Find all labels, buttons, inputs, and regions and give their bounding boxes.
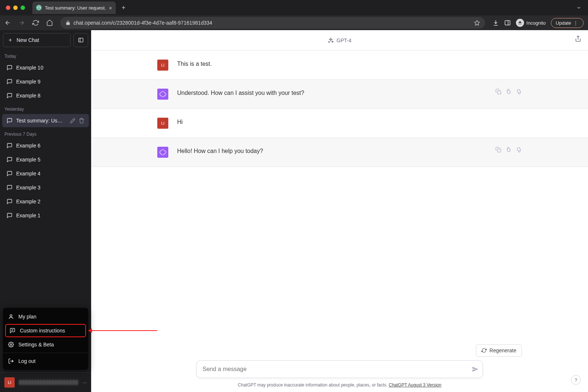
browser-tab[interactable]: Test summary: User request. × [32, 1, 116, 14]
back-button[interactable] [4, 19, 15, 26]
sidebar-group-label: Yesterday [0, 103, 91, 113]
disclaimer: ChatGPT may produce inaccurate informati… [238, 382, 441, 388]
regenerate-button[interactable]: Regenerate [476, 344, 522, 357]
gear-icon [8, 342, 14, 348]
svg-rect-8 [498, 149, 501, 152]
profile-name-redacted [18, 380, 79, 385]
sidebar-profile-row[interactable]: LI ··· [0, 373, 91, 392]
version-link[interactable]: ChatGPT August 3 Version [389, 382, 441, 388]
thumbs-down-icon[interactable] [516, 147, 522, 158]
sidebar-conversation-item[interactable]: Example 5 [2, 153, 89, 166]
regenerate-label: Regenerate [490, 348, 516, 353]
sidebar: New Chat TodayExample 10Example 9Example… [0, 30, 91, 392]
chat-bubble-icon [7, 185, 12, 190]
copy-icon[interactable] [495, 147, 501, 158]
sidepanel-icon[interactable] [504, 19, 511, 26]
chat-bubble-icon [7, 143, 12, 149]
download-icon[interactable] [492, 19, 499, 26]
sidebar-conversation-item[interactable]: Example 10 [2, 61, 89, 74]
bookmark-icon[interactable] [474, 20, 480, 26]
url-bar[interactable]: chat.openai.com/c/2328001d-4f3e-4d7e-aaf… [60, 17, 485, 29]
svg-point-5 [10, 315, 12, 317]
message-text: This is a test. [177, 60, 522, 71]
tab-title: Test summary: User request. [45, 5, 106, 11]
conversation-title: Example 8 [16, 93, 40, 99]
send-button[interactable] [472, 366, 478, 373]
user-avatar: LI [157, 60, 168, 71]
maximize-window-icon[interactable] [21, 6, 25, 10]
message-text: Understood. How can I assist you with yo… [177, 89, 487, 100]
logout-label: Log out [18, 358, 36, 364]
sidebar-conversation-item[interactable]: Example 4 [2, 167, 89, 180]
copy-icon[interactable] [495, 89, 501, 100]
address-bar-row: chat.openai.com/c/2328001d-4f3e-4d7e-aaf… [0, 15, 588, 30]
sidebar-conversation-item[interactable]: Example 1 [2, 209, 89, 222]
update-button[interactable]: Update ⋮ [551, 18, 584, 28]
conversation-title: Test summary: User req [16, 118, 64, 124]
user-circle-icon [8, 314, 14, 320]
sidebar-conversation-item[interactable]: Example 2 [2, 195, 89, 208]
conversation-title: Example 2 [16, 199, 40, 204]
thumbs-up-icon[interactable] [506, 147, 512, 158]
message-text: Hello! How can I help you today? [177, 147, 487, 158]
forward-button[interactable] [18, 19, 29, 26]
sidebar-conversation-item[interactable]: Test summary: User req [2, 114, 89, 127]
chat-bubble-icon [7, 171, 12, 177]
conversation-title: Example 3 [16, 185, 40, 190]
user-message-row: LIThis is a test. [91, 51, 588, 80]
logout-icon [8, 358, 14, 364]
thumbs-up-icon[interactable] [506, 89, 512, 100]
sidebar-conversation-item[interactable]: Example 8 [2, 89, 89, 102]
svg-rect-3 [79, 38, 83, 42]
message-input[interactable] [196, 360, 483, 378]
site-favicon-icon [36, 5, 42, 11]
thumbs-down-icon[interactable] [516, 89, 522, 100]
custom-instructions-label: Custom instructions [20, 328, 65, 334]
window-controls [6, 6, 25, 10]
sidebar-conversation-item[interactable]: Example 6 [2, 139, 89, 152]
user-avatar: LI [157, 118, 168, 129]
close-tab-icon[interactable]: × [109, 5, 112, 11]
sidebar-conversation-item[interactable]: Example 3 [2, 181, 89, 194]
edit-icon[interactable] [70, 118, 76, 124]
trash-icon[interactable] [79, 118, 85, 124]
settings-menu-item[interactable]: Settings & Beta [3, 338, 88, 351]
logout-menu-item[interactable]: Log out [3, 354, 88, 368]
my-plan-menu-item[interactable]: My plan [3, 310, 88, 323]
sidebar-group-label: Previous 7 Days [0, 128, 91, 138]
collapse-sidebar-button[interactable] [74, 33, 88, 47]
svg-rect-1 [505, 21, 510, 25]
plus-icon [8, 38, 13, 43]
ai-avatar-icon [157, 89, 168, 100]
share-button[interactable] [575, 35, 581, 42]
settings-popup: My plan Custom instructions Settings & B… [3, 308, 88, 370]
chat-bubble-icon [7, 199, 12, 204]
model-header: GPT-4 [91, 30, 588, 51]
tabs-dropdown-icon[interactable] [573, 5, 585, 10]
conversation-title: Example 10 [16, 65, 43, 71]
incognito-icon [516, 19, 524, 27]
close-window-icon[interactable] [6, 6, 10, 10]
home-button[interactable] [46, 19, 57, 26]
minimize-window-icon[interactable] [13, 6, 18, 10]
reload-button[interactable] [32, 19, 43, 26]
more-options-icon[interactable]: ··· [82, 379, 87, 385]
conversation-title: Example 4 [16, 171, 40, 177]
conversation-title: Example 5 [16, 157, 40, 163]
message-thread: LIThis is a test.Understood. How can I a… [91, 51, 588, 344]
tab-strip: Test summary: User request. × + [0, 0, 588, 15]
new-chat-button[interactable]: New Chat [3, 33, 71, 47]
sidebar-conversation-item[interactable]: Example 9 [2, 75, 89, 88]
toolbar-right: Incognito Update ⋮ [492, 18, 584, 28]
help-button[interactable]: ? [571, 375, 581, 385]
incognito-label: Incognito [526, 20, 546, 26]
chat-bubble-icon [7, 93, 12, 99]
menu-dots-icon: ⋮ [573, 20, 579, 26]
chat-bubble-icon [7, 213, 12, 218]
custom-instructions-menu-item[interactable]: Custom instructions [5, 324, 86, 337]
message-text: Hi [177, 118, 522, 129]
chat-bubble-icon [7, 118, 12, 124]
url-text: chat.openai.com/c/2328001d-4f3e-4d7e-aaf… [74, 20, 471, 26]
new-tab-button[interactable]: + [119, 3, 129, 13]
browser-chrome: Test summary: User request. × + chat.ope… [0, 0, 588, 30]
